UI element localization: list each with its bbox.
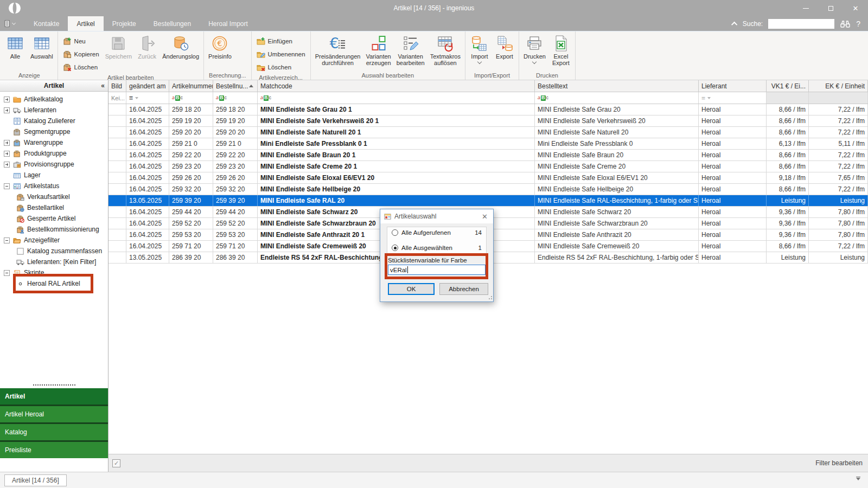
ribbon-button-speichern[interactable]: Speichern xyxy=(103,33,135,60)
ribbon-button-einf-gen-artikelverzeich[interactable]: Einfügen xyxy=(253,35,309,48)
close-button[interactable]: ✕ xyxy=(843,0,868,16)
tree-item-lieferanten[interactable]: Lieferanten xyxy=(0,105,108,115)
tree-item-bestellartikel[interactable]: Bestellartikel xyxy=(0,202,108,213)
status-tab[interactable]: Artikel [14 / 356] xyxy=(4,474,67,486)
ribbon-button-umbenennen-artikelverzeich[interactable]: Umbenennen xyxy=(253,48,309,61)
tree-item-verkaufsartikel[interactable]: Verkaufsartikel xyxy=(0,191,108,202)
table-row[interactable]: 16.04.2025259 32 20259 32 20MINI Endleis… xyxy=(108,184,868,195)
tree-item-artikelkatalog[interactable]: Artikelkatalog xyxy=(0,94,108,105)
filter-edit-button[interactable]: Filter bearbeiten xyxy=(815,459,863,467)
tab-projekte[interactable]: Projekte xyxy=(104,16,145,31)
tree-item-artikelstatus[interactable]: Artikelstatus xyxy=(0,181,108,191)
footer-checkbox[interactable]: ✓ xyxy=(112,459,120,467)
ribbon-collapse-icon[interactable] xyxy=(731,21,737,27)
nav-button-artikel-heroal[interactable]: Artikel Heroal xyxy=(0,406,108,422)
filter-cell-3[interactable]: aBc xyxy=(213,92,258,104)
tree-expander[interactable] xyxy=(4,97,10,102)
radio-alle-aufgerufenen[interactable]: Alle Aufgerufenen14 xyxy=(392,229,482,236)
filter-cell-8[interactable] xyxy=(809,92,868,104)
tab-artikel[interactable]: Artikel xyxy=(68,16,103,31)
table-row[interactable]: 16.04.2025259 21 0259 21 0Mini Endleiste… xyxy=(108,138,868,150)
tab-heroal-import[interactable]: Heroal Import xyxy=(200,16,257,31)
tree-expander[interactable] xyxy=(4,237,10,243)
ribbon-button-l-schen-artikelverzeich[interactable]: Löschen xyxy=(253,61,309,74)
ribbon-button-textmakros-aufl-sen[interactable]: Textmakros auflösen xyxy=(427,33,463,67)
tree-expander[interactable] xyxy=(4,162,10,168)
tree-item-produktgruppe[interactable]: Produktgruppe xyxy=(0,148,108,159)
minimize-button[interactable] xyxy=(793,0,818,16)
help-button[interactable]: ? xyxy=(856,20,860,28)
column-header-bild[interactable]: Bild xyxy=(108,80,126,92)
ribbon-button-varianten-erzeugen[interactable]: Varianten erzeugen xyxy=(363,33,393,67)
ribbon-button-export[interactable]: Export xyxy=(492,33,517,60)
filter-cell-0[interactable]: Kei... xyxy=(108,92,126,104)
ribbon-button-auswahl[interactable]: Auswahl xyxy=(28,33,56,60)
ribbon-button-neu-artikel-bearbeiten[interactable]: Neu xyxy=(60,35,103,48)
ribbon-button-zur-ck[interactable]: Zurück xyxy=(135,33,159,60)
filter-cell-4[interactable]: aBc xyxy=(258,92,535,104)
status-dropdown-icon[interactable] xyxy=(856,478,860,480)
filter-cell-1[interactable]: = xyxy=(126,92,169,104)
table-row[interactable]: 16.04.2025259 22 20259 22 20MINI Endleis… xyxy=(108,150,868,161)
tree-expander[interactable] xyxy=(4,151,10,157)
tree-item-katalog-zusammenfassen[interactable]: Katalog zusammenfassen xyxy=(0,246,108,256)
table-row[interactable]: 16.04.2025259 23 20259 23 20MINI Endleis… xyxy=(108,161,868,172)
ribbon-button-preis-nderungen-durchf-hren[interactable]: €Preisänderungen durchführen xyxy=(312,33,363,67)
tree-item-heroal-ral-artikel[interactable]: Heroal RAL Artikel xyxy=(0,278,108,289)
nav-button-katalog[interactable]: Katalog xyxy=(0,424,108,440)
filter-cell-6[interactable]: = xyxy=(699,92,767,104)
column-header-lieferant[interactable]: Lieferant xyxy=(699,80,767,92)
table-row[interactable]: 16.04.2025259 20 20259 20 20MINI Endleis… xyxy=(108,127,868,138)
column-header-bestelltext[interactable]: Bestelltext xyxy=(535,80,699,92)
ribbon-button-nderungslog[interactable]: Änderungslog xyxy=(159,33,202,60)
nav-button-preisliste[interactable]: Preisliste xyxy=(0,442,108,458)
tree-item-skripte[interactable]: Skripte xyxy=(0,267,108,278)
column-header-matchcode[interactable]: Matchcode xyxy=(258,80,535,92)
ribbon-button-drucken[interactable]: Drucken xyxy=(521,33,548,64)
table-row[interactable]: 16.04.2025259 26 20259 26 20MINI Endleis… xyxy=(108,172,868,184)
table-row[interactable]: 16.04.2025259 18 20259 18 20MINI Endleis… xyxy=(108,104,868,115)
ok-button[interactable]: OK xyxy=(388,283,435,295)
column-header-artikelnummer[interactable]: Artikelnummer xyxy=(169,80,213,92)
tree-expander[interactable] xyxy=(4,140,10,146)
filter-cell-2[interactable]: aBc xyxy=(169,92,213,104)
tree-expander[interactable] xyxy=(4,183,10,189)
ribbon-button-l-schen-artikel-bearbeiten[interactable]: Löschen xyxy=(60,61,103,74)
filter-cell-7[interactable] xyxy=(767,92,809,104)
table-row[interactable]: 13.05.2025259 39 20259 39 20MINI Endleis… xyxy=(108,195,868,207)
tree-item-anzeigefilter[interactable]: Anzeigefilter xyxy=(0,235,108,246)
ribbon-button-excel-export[interactable]: Excel Export xyxy=(548,33,573,67)
tree-item-segmentgruppe[interactable]: Segmentgruppe xyxy=(0,126,108,137)
dialog-close-button[interactable]: ✕ xyxy=(480,213,490,221)
tree-item-warengruppe[interactable]: Warengruppe xyxy=(0,137,108,148)
binoculars-icon[interactable] xyxy=(840,20,851,28)
column-header-ge-ndert-am[interactable]: geändert am xyxy=(126,80,169,92)
column-header-vk1-ei[interactable]: VK1 € / Ei... xyxy=(767,80,809,92)
tree-expander[interactable] xyxy=(4,107,10,113)
dialog-text-input[interactable]: vERal xyxy=(388,265,486,275)
tree-item-gesperrte-artikel[interactable]: Gesperrte Artikel xyxy=(0,213,108,224)
ribbon-button-import[interactable]: Import xyxy=(467,33,492,64)
tree-item-provisionsgruppe[interactable]: Provisionsgruppe xyxy=(0,159,108,170)
tree-expander[interactable] xyxy=(4,270,10,276)
tree-item-lieferanten-kein-filter[interactable]: Lieferanten: [Kein Filter] xyxy=(0,256,108,267)
column-header-ek-einheit[interactable]: EK € / Einheit xyxy=(809,80,868,92)
nav-button-artikel[interactable]: Artikel xyxy=(0,388,108,404)
resize-grip[interactable] xyxy=(488,296,492,300)
maximize-button[interactable] xyxy=(818,0,843,16)
table-row[interactable]: 16.04.2025259 19 20259 19 20MINI Endleis… xyxy=(108,115,868,127)
column-header-bestellnu[interactable]: Bestellnu... xyxy=(213,80,258,92)
tree-item-katalog-zulieferer[interactable]: Katalog Zulieferer xyxy=(0,115,108,126)
search-input[interactable] xyxy=(768,19,834,29)
tree-item-lager[interactable]: Lager xyxy=(0,170,108,181)
tab-bestellungen[interactable]: Bestellungen xyxy=(145,16,200,31)
tab-kontakte[interactable]: Kontakte xyxy=(25,16,68,31)
filter-cell-5[interactable]: aBc xyxy=(535,92,699,104)
ribbon-button-alle[interactable]: Alle xyxy=(3,33,28,60)
splitter-handle[interactable] xyxy=(0,382,108,388)
cancel-button[interactable]: Abbrechen xyxy=(439,283,488,295)
tree-item-bestellkommissionierung[interactable]: Bestellkommissionierung xyxy=(0,224,108,235)
radio-alle-ausgew-hlten[interactable]: Alle Ausgewählten1 xyxy=(392,245,482,251)
sidebar-collapse-button[interactable]: « xyxy=(101,82,105,89)
ribbon-button-varianten-bearbeiten[interactable]: Varianten bearbeiten xyxy=(394,33,427,67)
